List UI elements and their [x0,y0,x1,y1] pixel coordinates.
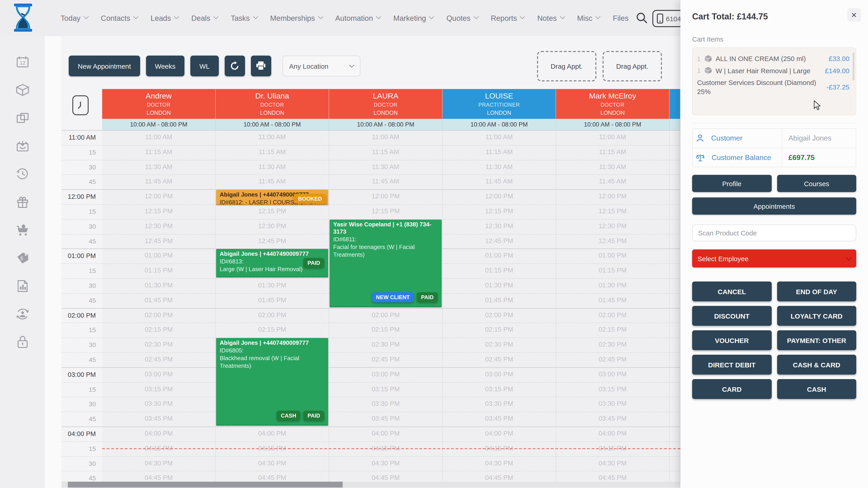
slot-louise-02-00-pm[interactable]: 02:00 PM [442,308,556,323]
slot-louise-04-15-pm[interactable]: 04:15 PM [442,441,556,456]
slot-andrew-04-00-pm[interactable]: 04:00 PM [102,427,216,442]
slot-mark-mcelroy-12-45-pm[interactable]: 12:45 PM [556,234,670,249]
nav-item-files[interactable]: Files [613,14,629,22]
slot-mark-mcelroy-03-30-pm[interactable]: 03:30 PM [556,397,670,412]
client-sync-icon[interactable] [15,306,30,322]
slot-louise-02-45-pm[interactable]: 02:45 PM [442,352,556,367]
slot-dr-uliana-01-45-pm[interactable]: 01:45 PM [216,293,329,308]
slot-andrew-12-00-pm[interactable]: 12:00 PM [102,189,216,204]
slot-mark-mcelroy-12-30-pm[interactable]: 12:30 PM [556,219,670,234]
nav-item-deals[interactable]: Deals [191,14,217,22]
nav-item-notes[interactable]: Notes [537,14,563,22]
slot-laura-04-30-pm[interactable]: 04:30 PM [329,456,442,471]
cart-item-row[interactable]: Customer Services Discount (Diamond) 25%… [697,78,849,96]
slot-mark-mcelroy-04-30-pm[interactable]: 04:30 PM [556,456,670,471]
slot-mark-mcelroy-02-30-pm[interactable]: 02:30 PM [556,337,670,352]
slot-laura-02-15-pm[interactable]: 02:15 PM [329,323,442,338]
slot-andrew-02-45-pm[interactable]: 02:45 PM [102,352,216,367]
nav-item-tasks[interactable]: Tasks [231,14,256,22]
slot-mark-mcelroy-04-15-pm[interactable]: 04:15 PM [556,441,670,456]
slot-dr-uliana-02-15-pm[interactable]: 02:15 PM [216,323,329,338]
slot-andrew-03-00-pm[interactable]: 03:00 PM [102,367,216,382]
slot-partial-11-45-am[interactable] [670,175,680,190]
drag-appointment-slot-2[interactable]: Drag Appt. [602,51,662,81]
slot-andrew-04-30-pm[interactable]: 04:30 PM [102,456,216,471]
slot-partial-12-15-pm[interactable] [670,204,680,219]
slot-louise-12-00-pm[interactable]: 12:00 PM [442,189,556,204]
slot-andrew-03-15-pm[interactable]: 03:15 PM [102,382,216,397]
slot-mark-mcelroy-11-00-am[interactable]: 11:00 AM [556,130,670,145]
slot-louise-12-30-pm[interactable]: 12:30 PM [442,219,556,234]
action-button-end-of-day[interactable]: END OF DAY [777,282,856,301]
slot-andrew-01-30-pm[interactable]: 01:30 PM [102,278,216,293]
slot-andrew-03-45-pm[interactable]: 03:45 PM [102,412,216,427]
slot-louise-02-15-pm[interactable]: 02:15 PM [442,323,556,338]
slot-mark-mcelroy-03-45-pm[interactable]: 03:45 PM [556,412,670,427]
bag-import-icon[interactable] [15,138,30,154]
action-button-direct-debit[interactable]: DIRECT DEBIT [692,355,772,375]
slot-andrew-12-45-pm[interactable]: 12:45 PM [102,234,216,249]
slot-partial-02-45-pm[interactable] [670,352,680,367]
app-logo-hourglass-icon[interactable] [13,4,33,32]
slot-partial-11-30-am[interactable] [670,160,680,175]
slot-dr-uliana-04-15-pm[interactable]: 04:15 PM [216,441,329,456]
slot-partial-01-45-pm[interactable] [670,293,680,308]
action-button-discount[interactable]: DISCOUNT [692,306,772,326]
slot-dr-uliana-01-30-pm[interactable]: 01:30 PM [216,278,329,293]
slot-louise-01-15-pm[interactable]: 01:15 PM [442,263,556,278]
slot-partial-12-00-pm[interactable] [670,189,680,204]
action-button-loyalty-card[interactable]: LOYALTY CARD [777,306,856,326]
slot-laura-03-45-pm[interactable]: 03:45 PM [329,412,442,427]
slot-dr-uliana-12-15-pm[interactable]: 12:15 PM [216,204,329,219]
price-tag-icon[interactable]: $ [15,250,30,266]
new-appointment-button[interactable]: New Appointment [69,56,140,76]
slot-andrew-11-45-am[interactable]: 11:45 AM [102,175,216,190]
slot-laura-02-00-pm[interactable]: 02:00 PM [329,308,442,323]
report-icon[interactable] [15,278,30,294]
slot-louise-03-45-pm[interactable]: 03:45 PM [442,412,556,427]
slot-mark-mcelroy-11-30-am[interactable]: 11:30 AM [556,160,670,175]
courses-button[interactable]: Courses [777,175,856,192]
slot-partial-02-30-pm[interactable] [670,337,680,352]
slot-partial-02-15-pm[interactable] [670,323,680,338]
slot-partial-04-15-pm[interactable] [670,441,680,456]
slot-partial-12-45-pm[interactable] [670,234,680,249]
customer-link[interactable]: Customer [711,134,743,142]
slot-partial-01-00-pm[interactable] [670,249,680,264]
slot-louise-03-30-pm[interactable]: 03:30 PM [442,397,556,412]
horizontal-scrollbar-thumb[interactable] [68,482,343,488]
pos-cart-icon[interactable] [15,222,30,238]
slot-louise-12-45-pm[interactable]: 12:45 PM [442,234,556,249]
slot-andrew-01-00-pm[interactable]: 01:00 PM [102,249,216,264]
slot-dr-uliana-12-45-pm[interactable]: 12:45 PM [216,234,329,249]
slot-partial-12-30-pm[interactable] [670,219,680,234]
slot-laura-11-45-am[interactable]: 11:45 AM [329,175,442,190]
slot-louise-01-00-pm[interactable]: 01:00 PM [442,249,556,264]
slot-louise-01-45-pm[interactable]: 01:45 PM [442,293,556,308]
slot-partial-03-00-pm[interactable] [670,367,680,382]
slot-andrew-03-30-pm[interactable]: 03:30 PM [102,397,216,412]
slot-laura-12-00-pm[interactable]: 12:00 PM [329,189,442,204]
slot-andrew-11-30-am[interactable]: 11:30 AM [102,160,216,175]
slot-andrew-02-00-pm[interactable]: 02:00 PM [102,308,216,323]
slot-dr-uliana-04-00-pm[interactable]: 04:00 PM [216,427,329,442]
slot-louise-04-30-pm[interactable]: 04:30 PM [442,456,556,471]
nav-item-contacts[interactable]: Contacts [101,14,137,22]
slot-partial-03-45-pm[interactable] [670,412,680,427]
slot-mark-mcelroy-12-00-pm[interactable]: 12:00 PM [556,189,670,204]
slot-laura-11-00-am[interactable]: 11:00 AM [329,130,442,145]
column-header-mark-mcelroy[interactable]: Mark McElroyDOCTORLONDON [556,89,670,119]
action-button-voucher[interactable]: VOUCHER [692,330,772,350]
nav-item-memberships[interactable]: Memberships [270,14,322,22]
nav-item-leads[interactable]: Leads [151,14,178,22]
slot-laura-03-30-pm[interactable]: 03:30 PM [329,397,442,412]
slot-louise-03-15-pm[interactable]: 03:15 PM [442,382,556,397]
slot-mark-mcelroy-01-45-pm[interactable]: 01:45 PM [556,293,670,308]
slot-andrew-12-15-pm[interactable]: 12:15 PM [102,204,216,219]
waitlist-button[interactable]: WL [190,56,219,76]
slot-dr-uliana-11-30-am[interactable]: 11:30 AM [216,160,329,175]
appointments-button[interactable]: Appointments [692,197,856,215]
weeks-button[interactable]: Weeks [146,56,184,76]
column-header-dr-uliana[interactable]: Dr. UlianaDOCTORLONDON [216,89,329,119]
slot-laura-02-45-pm[interactable]: 02:45 PM [329,352,442,367]
